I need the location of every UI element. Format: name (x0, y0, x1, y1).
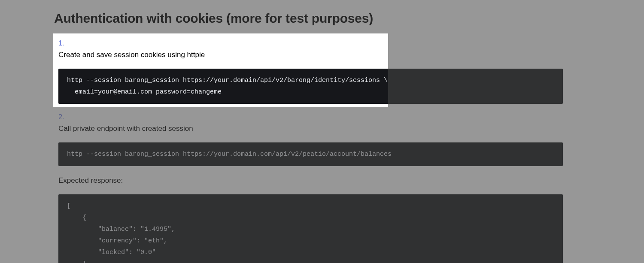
step-2-desc: Call private endpoint with created sessi… (54, 124, 618, 133)
doc-page: Authentication with cookies (more for te… (0, 0, 644, 263)
step-1-marker: 1. (54, 39, 618, 47)
step-1-code[interactable]: http --session barong_session https://yo… (58, 69, 563, 104)
section-heading: Authentication with cookies (more for te… (54, 0, 618, 39)
step-2: 2. Call private endpoint with created se… (54, 113, 618, 166)
step-1: 1. Create and save session cookies using… (54, 39, 618, 104)
expected-response-code[interactable]: [ { "balance": "1.4995", "currency": "et… (58, 194, 563, 263)
expected-response-label: Expected response: (54, 176, 618, 185)
step-2-code[interactable]: http --session barong_session https://yo… (58, 142, 563, 166)
step-1-desc: Create and save session cookies using ht… (54, 51, 618, 59)
step-2-marker: 2. (54, 113, 618, 121)
